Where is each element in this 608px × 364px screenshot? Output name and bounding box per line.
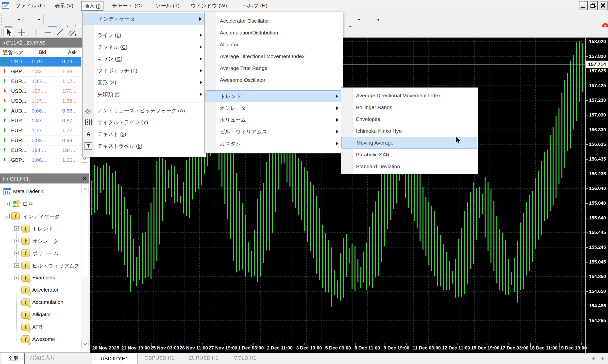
price-axis[interactable]: 158.020157.820157.625157.425157.230157.0…	[585, 38, 608, 353]
vertical-line-tool-button[interactable]	[31, 27, 41, 37]
tree-node-Accumulation[interactable]: ƒAccumulation	[0, 296, 81, 309]
menu-item-Envelopes[interactable]: Envelopes	[341, 113, 477, 125]
menu-item-Ichimoku Kinko Hyo[interactable]: Ichimoku Kinko Hyo	[341, 125, 477, 137]
market-watch-row[interactable]: ⬆GBP...1.06...1.06...	[0, 155, 81, 165]
tree-node-インディケータ[interactable]: −ƒインディケータ	[0, 210, 81, 222]
expand-icon[interactable]: +	[14, 251, 19, 255]
scrollbar-thumb[interactable]	[82, 195, 88, 276]
market-watch-row[interactable]: ⬆EUR...0.87...0.87...	[0, 116, 81, 126]
menu-item-図形[interactable]: 図形 (S)	[83, 77, 206, 88]
menu-item-Accelerator Oscillator[interactable]: Accelerator Oscillator	[205, 15, 342, 27]
horizontal-line-tool-button[interactable]	[43, 27, 53, 37]
menu-item-テキスト[interactable]: テキスト (x)A	[83, 128, 206, 140]
menu-item-Bollinger Bands[interactable]: Bollinger Bands	[341, 101, 477, 113]
restore-button[interactable]	[589, 1, 598, 10]
menubar-item-F[interactable]: ファイル (F)	[13, 1, 47, 10]
menu-item-カスタム[interactable]: カスタム	[205, 138, 342, 149]
menu-item-ビル・ウィリアムス[interactable]: ビル・ウィリアムス	[205, 126, 342, 138]
market-watch-row[interactable]: ⬆AUD...0.66...0.66...	[0, 106, 81, 116]
market-watch-row[interactable]: ⬆EUR...184....184....	[0, 146, 81, 155]
menu-item-テキストラベル[interactable]: テキストラベル (b)T	[83, 140, 206, 152]
menu-item-矢印類[interactable]: 矢印類 (r)	[83, 88, 206, 100]
menu-item-ボリューム[interactable]: ボリューム	[205, 114, 342, 126]
menu-item-アンドリューズ・ピッチフォーク[interactable]: アンドリューズ・ピッチフォーク (A)	[83, 105, 206, 116]
scroll-up-button[interactable]	[82, 185, 88, 193]
toolbar-grip[interactable]	[1, 29, 2, 35]
minimize-button[interactable]	[579, 1, 588, 10]
profiles-dropdown[interactable]	[37, 19, 40, 21]
menu-item-Average True Range[interactable]: Average True Range	[205, 62, 342, 74]
column-bid[interactable]: Bid	[39, 49, 46, 55]
tab-USDJPY,H1[interactable]: USDJPY,H1	[92, 353, 137, 364]
tree-node-Awesome[interactable]: ƒAwesome	[0, 333, 81, 346]
tree-node-ボリューム[interactable]: +ƒボリューム	[0, 247, 81, 259]
menu-item-Standard Deviation[interactable]: Standard Deviation	[341, 161, 477, 172]
tree-node-トレンド[interactable]: +ƒトレンド	[0, 222, 81, 235]
tree-node-ATR[interactable]: ƒATR	[0, 321, 81, 333]
market-watch-row[interactable]: ⬇USD...157....157....	[0, 86, 81, 96]
navigator-close-button[interactable]	[82, 176, 87, 181]
menu-item-Accumulation/Distribution[interactable]: Accumulation/Distribution	[205, 27, 342, 39]
trendline-tool-button[interactable]	[55, 27, 65, 37]
menu-item-サイクル・ライン[interactable]: サイクル・ライン (Y)	[83, 116, 206, 128]
tab-EURUSD,H1[interactable]: EURUSD,H1	[184, 353, 223, 363]
menu-item-フィボナッチ[interactable]: フィボナッチ (F)	[83, 65, 206, 77]
market-watch-row[interactable]: ⬆USD...0.79...0.79...	[0, 57, 81, 67]
menu-item-Average Directional Movement Index[interactable]: Average Directional Movement Index	[341, 90, 477, 101]
periods-dropdown[interactable]	[358, 19, 361, 21]
expand-icon[interactable]: +	[14, 239, 19, 243]
menu-item-ギャン[interactable]: ギャン (G)	[83, 53, 206, 65]
toolbar-grip[interactable]	[1, 14, 2, 25]
column-ask[interactable]: Ask	[68, 49, 77, 55]
menu-item-Awesome Oscillator[interactable]: Awesome Oscillator	[205, 74, 342, 86]
menubar-item-V[interactable]: 表示 (V)	[52, 1, 76, 10]
scroll-down-button[interactable]	[82, 340, 88, 348]
menu-item-ライン[interactable]: ライン (L)	[83, 29, 206, 41]
tab-GBPUSD,H1[interactable]: GBPUSD,H1	[139, 353, 179, 363]
new-chart-dropdown[interactable]	[18, 19, 21, 21]
tree-node-Accelerator[interactable]: ƒAccelerator	[0, 284, 81, 296]
price-tick	[586, 277, 588, 277]
tab-お気に入り[interactable]: お気に入り	[26, 353, 59, 363]
market-watch-row[interactable]: ⬇GBP...1.33...1.33...	[0, 67, 81, 77]
tree-node-Examples[interactable]: +ƒExamples	[0, 272, 81, 284]
close-button[interactable]	[599, 1, 608, 10]
menubar-item-H[interactable]: ヘルプ (H)	[240, 1, 270, 10]
menu-item-Alligator[interactable]: Alligator	[205, 39, 342, 50]
crosshair-tool-button[interactable]	[17, 27, 27, 37]
market-watch-row[interactable]: ⬆EUR...1.17...1.17...	[0, 77, 81, 86]
expand-icon[interactable]: +	[14, 276, 19, 280]
time-axis[interactable]: 20 Nov 202521 Nov 19:0025 Nov 03:0026 No…	[90, 343, 585, 353]
market-watch-row[interactable]: ⬆EUR...1.77...1.77...	[0, 126, 81, 136]
menu-item-トレンド[interactable]: トレンド	[205, 90, 342, 102]
tab-scroll-right-icon[interactable]	[602, 356, 604, 361]
tree-node-Alligator[interactable]: ƒAlligator	[0, 309, 81, 321]
tree-node-ビル・ウィリアムス[interactable]: +ƒビル・ウィリアムス	[0, 259, 81, 272]
menu-item-オシレーター[interactable]: オシレーター	[205, 102, 342, 114]
tab-scroll-left-icon[interactable]	[592, 356, 594, 361]
cursor-tool-button[interactable]	[3, 27, 14, 37]
tab-GOLD,H1[interactable]: GOLD,H1	[228, 353, 262, 363]
equidistant-channel-tool-button[interactable]: E	[67, 27, 78, 37]
tree-node-口座[interactable]: +口座	[0, 198, 81, 210]
column-symbol[interactable]: 通貨ペア	[3, 49, 24, 56]
market-watch-row[interactable]: ⬇USD...1.37...1.38...	[0, 96, 81, 106]
tree-node-オシレーター[interactable]: +ƒオシレーター	[0, 235, 81, 247]
collapse-icon[interactable]: −	[5, 214, 10, 218]
menu-item-インディケータ[interactable]: インディケータ	[83, 13, 206, 25]
expand-icon[interactable]: +	[5, 202, 10, 206]
menubar-item-T[interactable]: ツール (T)	[153, 1, 182, 10]
expand-icon[interactable]: +	[14, 263, 19, 268]
menubar-item-I[interactable]: 挿入 (I)	[81, 1, 103, 11]
tree-node-MetaTrader 4[interactable]: MetaTrader 4	[0, 185, 81, 198]
menu-item-Parabolic SAR[interactable]: Parabolic SAR	[341, 149, 477, 161]
time-minor-tick	[203, 343, 203, 345]
menu-item-チャネル[interactable]: チャネル (C)	[83, 41, 206, 53]
tab-全般[interactable]: 全般	[2, 353, 25, 364]
market-watch-row[interactable]: ⬆EUR...0.93...0.93...	[0, 136, 81, 146]
expand-icon[interactable]: +	[14, 226, 19, 231]
menubar-item-C[interactable]: チャート (C)	[110, 1, 144, 10]
menubar-item-W[interactable]: ウィンドウ (W)	[188, 1, 229, 10]
menu-item-Average Directional Movement Index[interactable]: Average Directional Movement Index	[205, 50, 342, 62]
indicators-dialog-dropdown[interactable]	[377, 19, 380, 21]
